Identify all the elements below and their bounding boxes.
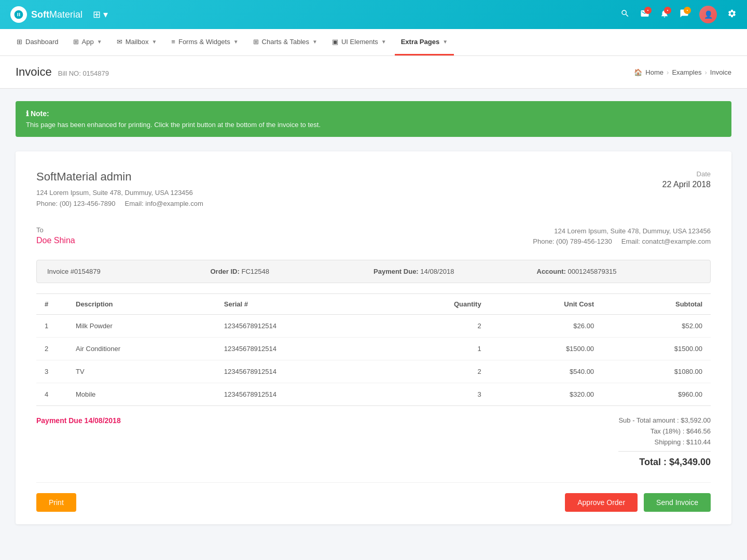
- mail-button[interactable]: •: [640, 9, 649, 21]
- cell-num: 4: [36, 383, 67, 406]
- page-subtitle: Bill NO: 0154879: [58, 69, 109, 77]
- table-row: 1 Milk Powder 12345678912514 2 $26.00 $5…: [36, 315, 711, 338]
- shipping-label: Shipping :: [655, 438, 685, 446]
- cell-serial: 12345678912514: [216, 360, 383, 383]
- print-button[interactable]: Print: [36, 493, 76, 512]
- to-label: To: [36, 226, 75, 234]
- nav-mailbox[interactable]: ✉ Mailbox ▼: [110, 29, 163, 55]
- to-section: To Doe Shina 124 Lorem Ipsum, Suite 478,…: [36, 226, 711, 248]
- grand-total-row: Total : $4,349.00: [618, 457, 711, 468]
- cell-num: 2: [36, 338, 67, 360]
- search-button[interactable]: [620, 9, 630, 21]
- to-address-line: 124 Lorem Ipsum, Suite 478, Dummuy, USA …: [533, 226, 711, 237]
- tax-value: $646.56: [686, 427, 711, 435]
- chat-badge: •: [684, 7, 691, 14]
- brand-logo-icon: [10, 6, 27, 23]
- breadcrumb-home-icon: 🏠: [634, 68, 642, 76]
- approve-order-button[interactable]: Approve Order: [565, 493, 638, 512]
- notification-button[interactable]: •: [660, 9, 669, 21]
- cell-desc: Mobile: [67, 383, 216, 406]
- total-label: Total :: [639, 457, 667, 467]
- cell-cost: $320.00: [490, 383, 602, 406]
- subtotal-label: Sub - Total amount :: [618, 416, 679, 424]
- to-info: To Doe Shina: [36, 226, 75, 248]
- company-address: 124 Lorem Ipsum, Suite 478, Dummuy, USA …: [36, 188, 203, 199]
- cell-qty: 2: [383, 315, 489, 338]
- col-qty-header: Quantity: [383, 294, 489, 315]
- tax-label: Tax (18%) :: [651, 427, 685, 435]
- dashboard-icon: ⊞: [17, 38, 22, 46]
- col-serial-header: Serial #: [216, 294, 383, 315]
- nav-ui-elements[interactable]: ▣ UI Elements ▼: [326, 29, 393, 55]
- chat-button[interactable]: •: [680, 9, 689, 21]
- account-field: Account: 0001245879315: [537, 268, 700, 275]
- nav-app[interactable]: ⊞ App ▼: [67, 29, 108, 55]
- app-icon: ⊞: [73, 38, 79, 46]
- invoice-card: SoftMaterial admin 124 Lorem Ipsum, Suit…: [16, 151, 731, 524]
- cell-cost: $540.00: [490, 360, 602, 383]
- breadcrumb-examples[interactable]: Examples: [672, 68, 701, 76]
- breadcrumb: 🏠 Home › Examples › Invoice: [634, 68, 731, 76]
- to-contact-line: Phone: (00) 789-456-1230 Email: conatct@…: [533, 236, 711, 247]
- order-id-field: Order ID: FC12548: [211, 268, 374, 275]
- invoice-table: # Description Serial # Quantity Unit Cos…: [36, 293, 711, 406]
- table-row: 3 TV 12345678912514 2 $540.00 $1080.00: [36, 360, 711, 383]
- user-avatar[interactable]: 👤: [699, 6, 717, 23]
- cell-serial: 12345678912514: [216, 338, 383, 360]
- nav-extra-pages[interactable]: Extra Pages ▼: [395, 29, 454, 55]
- right-buttons: Approve Order Send Invoice: [565, 493, 711, 512]
- nav-forms-widgets[interactable]: ≡ Forms & Widgets ▼: [165, 29, 244, 55]
- tax-row: Tax (18%) : $646.56: [618, 427, 711, 435]
- shipping-value: $110.44: [686, 438, 711, 446]
- table-row: 4 Mobile 12345678912514 3 $320.00 $960.0…: [36, 383, 711, 406]
- bell-badge: •: [664, 7, 671, 14]
- subtotal-value: $3,592.00: [681, 416, 711, 424]
- page-header: Invoice Bill NO: 0154879 🏠 Home › Exampl…: [0, 56, 747, 89]
- note-banner: ℹ Note: This page has been enhanced for …: [16, 101, 731, 137]
- company-section: SoftMaterial admin 124 Lorem Ipsum, Suit…: [36, 170, 711, 209]
- extra-dropdown-arrow: ▼: [442, 39, 448, 45]
- invoice-number-label: Invoice #0154879: [47, 268, 101, 275]
- shipping-row: Shipping : $110.44: [618, 438, 711, 446]
- cell-num: 3: [36, 360, 67, 383]
- invoice-footer: Payment Due 14/08/2018 Sub - Total amoun…: [36, 416, 711, 468]
- col-cost-header: Unit Cost: [490, 294, 602, 315]
- cell-desc: Milk Powder: [67, 315, 216, 338]
- payment-due-section: Payment Due 14/08/2018: [36, 416, 121, 425]
- invoice-info-bar: Invoice #0154879 Order ID: FC12548 Payme…: [36, 260, 711, 283]
- cell-num: 1: [36, 315, 67, 338]
- page-title: Invoice: [16, 65, 52, 79]
- send-invoice-button[interactable]: Send Invoice: [644, 493, 711, 512]
- cell-subtotal: $52.00: [602, 315, 711, 338]
- to-phone: Phone: (00) 789-456-1230: [533, 237, 612, 245]
- cell-qty: 1: [383, 338, 489, 360]
- brand-logo-area: SoftMaterial: [10, 6, 82, 23]
- col-desc-header: Description: [67, 294, 216, 315]
- order-id-label: Order ID: FC12548: [211, 268, 269, 275]
- col-subtotal-header: Subtotal: [602, 294, 711, 315]
- payment-due-field: Payment Due: 14/08/2018: [374, 268, 537, 275]
- forms-dropdown-arrow: ▼: [233, 39, 239, 45]
- date-label: Date: [662, 170, 711, 178]
- company-email: Email: info@example.com: [125, 200, 203, 207]
- charts-icon: ⊞: [253, 38, 259, 46]
- cell-qty: 2: [383, 360, 489, 383]
- cell-subtotal: $1500.00: [602, 338, 711, 360]
- date-value: 22 April 2018: [662, 180, 711, 189]
- total-value: $4,349.00: [669, 457, 711, 467]
- charts-dropdown-arrow: ▼: [312, 39, 317, 45]
- cell-subtotal: $1080.00: [602, 360, 711, 383]
- mailbox-icon: ✉: [117, 38, 122, 46]
- nav-charts-tables[interactable]: ⊞ Charts & Tables ▼: [247, 29, 324, 55]
- company-info: SoftMaterial admin 124 Lorem Ipsum, Suit…: [36, 170, 203, 209]
- settings-button[interactable]: [727, 9, 737, 21]
- action-buttons-area: Print Approve Order Send Invoice: [36, 482, 711, 512]
- top-navigation: SoftMaterial ⊞ ▾ • • • 👤: [0, 0, 747, 29]
- account-label: Account: 0001245879315: [537, 268, 617, 275]
- apps-grid-icon[interactable]: ⊞ ▾: [93, 9, 108, 20]
- to-address-info: 124 Lorem Ipsum, Suite 478, Dummuy, USA …: [533, 226, 711, 248]
- payment-due-text: Payment Due: [36, 416, 82, 425]
- payment-due-colored: 14/08/2018: [85, 416, 121, 425]
- nav-dashboard[interactable]: ⊞ Dashboard: [10, 29, 65, 55]
- breadcrumb-home[interactable]: Home: [645, 68, 663, 76]
